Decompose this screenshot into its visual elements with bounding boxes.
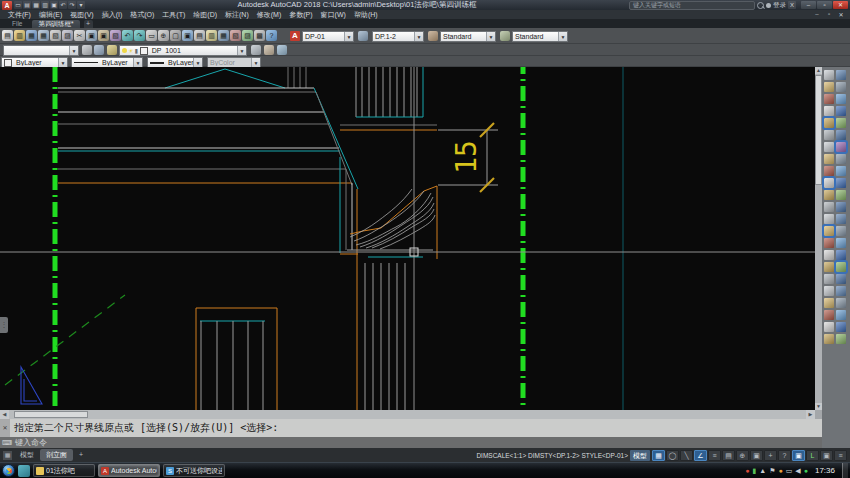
toolbar-icon[interactable]: ▤ <box>2 30 13 41</box>
menu-item[interactable]: 插入(I) <box>98 10 127 20</box>
palette-icon[interactable] <box>836 322 846 332</box>
layer-combo[interactable]: ☀ ▮ DP_1001 ▼ <box>119 45 247 56</box>
toolbar-icon[interactable]: ▨ <box>62 30 73 41</box>
palette-icon[interactable] <box>836 250 846 260</box>
menu-item[interactable]: 修改(M) <box>253 10 286 20</box>
layout-tab[interactable]: + <box>73 449 89 461</box>
palette-icon[interactable] <box>824 322 834 332</box>
palette-icon[interactable] <box>836 286 846 296</box>
toolbar-icon[interactable]: ▭ <box>146 30 157 41</box>
layer-states-icon[interactable] <box>264 45 274 55</box>
status-toggle-icon[interactable]: L <box>806 450 819 461</box>
layer-on-icon[interactable] <box>122 48 127 53</box>
menu-item[interactable]: 窗口(W) <box>317 10 350 20</box>
close-button[interactable]: ✕ <box>833 1 848 9</box>
palette-icon[interactable] <box>836 238 846 248</box>
toolbar-icon[interactable]: ↷ <box>134 30 145 41</box>
layer-thaw-icon[interactable]: ☀ <box>128 47 133 54</box>
toolbar-icon[interactable]: ▥ <box>14 30 25 41</box>
toolbar-icon[interactable]: ▢ <box>170 30 181 41</box>
scroll-left-arrow[interactable]: ◀ <box>0 410 9 419</box>
quick-access-icon[interactable]: ▦ <box>32 1 40 9</box>
new-tab-button[interactable]: + <box>84 20 93 28</box>
toolbar-icon[interactable]: ⊕ <box>158 30 169 41</box>
palette-icon[interactable] <box>824 214 834 224</box>
palette-icon[interactable] <box>836 178 846 188</box>
palette-icon[interactable] <box>824 334 834 344</box>
taskbar-button[interactable]: A Autodesk AutoCAD... <box>98 464 160 477</box>
palette-icon[interactable] <box>824 154 834 164</box>
status-toggle-icon[interactable]: ▣ <box>820 450 833 461</box>
horizontal-scrollbar[interactable]: ◀ ▶ <box>0 410 815 419</box>
status-toggle-icon[interactable]: ▣ <box>750 450 763 461</box>
palette-icon[interactable] <box>836 190 846 200</box>
start-button[interactable] <box>2 464 15 477</box>
vertical-scrollbar[interactable]: ▲ ▼ <box>815 67 822 410</box>
command-close-icon[interactable]: ✕ <box>0 419 10 437</box>
chevron-down-icon[interactable]: ▼ <box>133 58 142 67</box>
palette-icon[interactable] <box>836 310 846 320</box>
chevron-down-icon[interactable]: ▼ <box>193 58 202 67</box>
status-toggle-icon[interactable]: ▤ <box>722 450 735 461</box>
tray-icon[interactable]: ● <box>778 464 782 477</box>
chevron-down-icon[interactable]: ▼ <box>69 46 78 55</box>
toolbar-icon[interactable]: ? <box>266 30 277 41</box>
menu-item[interactable]: 格式(O) <box>126 10 158 20</box>
palette-icon[interactable] <box>824 202 834 212</box>
chevron-down-icon[interactable]: ▼ <box>344 32 353 41</box>
sign-in-button[interactable]: 登录 <box>766 1 786 10</box>
drawing-tab[interactable]: 第四训练框* <box>32 20 79 28</box>
status-toggle-icon[interactable]: ▦ <box>652 450 665 461</box>
status-toggle-icon[interactable]: ≡ <box>834 450 847 461</box>
toolbar-icon[interactable]: ↶ <box>122 30 133 41</box>
vertical-scroll-thumb[interactable] <box>815 75 822 185</box>
minimize-button[interactable]: – <box>801 1 816 9</box>
status-toggle-icon[interactable]: ◯ <box>666 450 679 461</box>
tray-icon[interactable]: ◀ <box>795 464 800 477</box>
toolbar-icon[interactable]: ▧ <box>50 30 61 41</box>
toolbar-icon[interactable]: ▣ <box>98 30 109 41</box>
quick-access-icon[interactable]: ↷ <box>68 1 76 9</box>
palette-icon[interactable] <box>836 226 846 236</box>
tray-icon[interactable]: ⚑ <box>769 464 775 477</box>
exchange-apps-icon[interactable]: X <box>788 1 796 9</box>
command-input[interactable]: 键入命令 <box>15 437 47 448</box>
model-space-button[interactable]: 模型 <box>630 450 650 461</box>
toolbar-icon[interactable]: ▤ <box>194 30 205 41</box>
scroll-up-arrow[interactable]: ▲ <box>815 67 822 74</box>
palette-icon[interactable] <box>824 178 834 188</box>
menu-item[interactable]: 视图(V) <box>66 10 97 20</box>
mleader-style-combo[interactable]: Standard▼ <box>512 31 568 42</box>
toolbar-icon[interactable]: ▦ <box>26 30 37 41</box>
palette-icon[interactable] <box>836 262 846 272</box>
palette-icon[interactable] <box>836 334 846 344</box>
layer-lock-icon[interactable]: ▮ <box>134 47 137 54</box>
status-toggle-icon[interactable]: ⊕ <box>736 450 749 461</box>
menu-item[interactable]: 工具(T) <box>158 10 189 20</box>
command-line[interactable]: ✕ 指定第二个尺寸界线原点或 [选择(S)/放弃(U)] <选择>: <box>0 419 822 437</box>
scroll-right-arrow[interactable]: ▶ <box>806 410 815 419</box>
palette-icon[interactable] <box>836 298 846 308</box>
menu-item[interactable]: 标注(N) <box>221 10 253 20</box>
table-style-combo[interactable]: Standard▼ <box>440 31 496 42</box>
viewport-icon[interactable] <box>94 45 104 55</box>
pinned-app-icon[interactable] <box>18 465 30 477</box>
text-style-icon[interactable]: A <box>290 31 300 41</box>
toolbar-icon[interactable]: ▧ <box>230 30 241 41</box>
menu-item[interactable]: 编辑(E) <box>35 10 66 20</box>
palette-icon[interactable] <box>824 142 834 152</box>
layer-color-swatch[interactable] <box>140 47 148 55</box>
drawing-tab[interactable]: File <box>6 20 28 28</box>
help-search-input[interactable]: 键入关键字或短语 <box>629 1 755 10</box>
toolbar-icon[interactable]: ▥ <box>206 30 217 41</box>
status-toggle-icon[interactable]: ▣ <box>792 450 805 461</box>
tray-icon[interactable]: ▲ <box>759 464 766 477</box>
palette-icon[interactable] <box>824 94 834 104</box>
palette-icon[interactable] <box>824 238 834 248</box>
view-icon[interactable] <box>82 45 92 55</box>
layout-tab[interactable]: 剖立面 <box>40 449 73 461</box>
palette-icon[interactable] <box>836 202 846 212</box>
palette-icon[interactable] <box>824 190 834 200</box>
dim-style-icon[interactable] <box>358 31 368 41</box>
menu-item[interactable]: 帮助(H) <box>350 10 382 20</box>
